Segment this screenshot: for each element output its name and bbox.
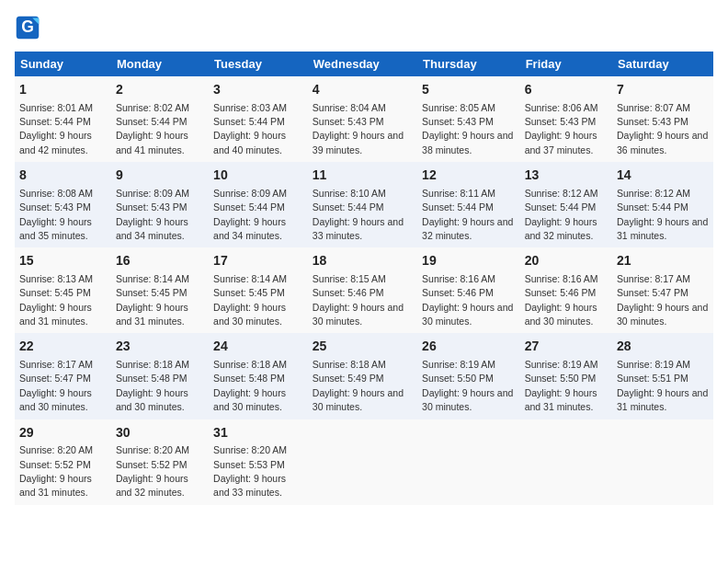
- day-cell: 24Sunrise: 8:18 AM Sunset: 5:48 PM Dayli…: [209, 333, 308, 419]
- svg-text:G: G: [21, 17, 34, 36]
- col-header-sunday: Sunday: [15, 52, 111, 76]
- day-number: 29: [19, 424, 107, 442]
- day-cell: 6Sunrise: 8:06 AM Sunset: 5:43 PM Daylig…: [520, 76, 612, 162]
- day-cell: 26Sunrise: 8:19 AM Sunset: 5:50 PM Dayli…: [417, 333, 520, 419]
- day-info: Sunrise: 8:19 AM Sunset: 5:51 PM Dayligh…: [617, 359, 708, 412]
- day-info: Sunrise: 8:19 AM Sunset: 5:50 PM Dayligh…: [422, 359, 513, 412]
- day-cell: 23Sunrise: 8:18 AM Sunset: 5:48 PM Dayli…: [111, 333, 209, 419]
- day-cell: [520, 419, 612, 505]
- day-number: 22: [19, 338, 107, 356]
- day-number: 26: [422, 338, 516, 356]
- day-info: Sunrise: 8:12 AM Sunset: 5:44 PM Dayligh…: [525, 188, 598, 241]
- day-cell: 5Sunrise: 8:05 AM Sunset: 5:43 PM Daylig…: [417, 76, 520, 162]
- day-cell: 15Sunrise: 8:13 AM Sunset: 5:45 PM Dayli…: [15, 247, 111, 333]
- day-number: 2: [116, 81, 204, 99]
- logo: G: [15, 15, 44, 40]
- day-number: 18: [313, 252, 413, 270]
- day-info: Sunrise: 8:09 AM Sunset: 5:43 PM Dayligh…: [116, 188, 189, 241]
- day-number: 17: [213, 252, 303, 270]
- day-number: 25: [313, 338, 413, 356]
- day-info: Sunrise: 8:14 AM Sunset: 5:45 PM Dayligh…: [116, 273, 189, 327]
- col-header-thursday: Thursday: [417, 52, 520, 76]
- day-cell: 21Sunrise: 8:17 AM Sunset: 5:47 PM Dayli…: [612, 247, 713, 333]
- day-info: Sunrise: 8:07 AM Sunset: 5:43 PM Dayligh…: [617, 102, 708, 155]
- day-info: Sunrise: 8:20 AM Sunset: 5:53 PM Dayligh…: [213, 444, 287, 498]
- day-number: 8: [19, 167, 107, 185]
- day-info: Sunrise: 8:06 AM Sunset: 5:43 PM Dayligh…: [525, 102, 598, 155]
- day-info: Sunrise: 8:16 AM Sunset: 5:46 PM Dayligh…: [422, 273, 513, 327]
- page-header: G: [15, 15, 713, 40]
- day-cell: 7Sunrise: 8:07 AM Sunset: 5:43 PM Daylig…: [612, 76, 713, 162]
- day-number: 24: [213, 338, 303, 356]
- day-number: 5: [422, 81, 516, 99]
- day-info: Sunrise: 8:18 AM Sunset: 5:48 PM Dayligh…: [213, 359, 287, 412]
- day-number: 7: [617, 81, 709, 99]
- day-number: 30: [116, 424, 204, 442]
- day-cell: 20Sunrise: 8:16 AM Sunset: 5:46 PM Dayli…: [520, 247, 612, 333]
- col-header-wednesday: Wednesday: [308, 52, 417, 76]
- week-row-4: 22Sunrise: 8:17 AM Sunset: 5:47 PM Dayli…: [15, 333, 713, 419]
- day-info: Sunrise: 8:02 AM Sunset: 5:44 PM Dayligh…: [116, 102, 189, 155]
- day-cell: 19Sunrise: 8:16 AM Sunset: 5:46 PM Dayli…: [417, 247, 520, 333]
- day-cell: 9Sunrise: 8:09 AM Sunset: 5:43 PM Daylig…: [111, 162, 209, 247]
- day-number: 23: [116, 338, 204, 356]
- week-row-1: 1Sunrise: 8:01 AM Sunset: 5:44 PM Daylig…: [15, 76, 713, 162]
- day-number: 4: [313, 81, 413, 99]
- day-cell: 4Sunrise: 8:04 AM Sunset: 5:43 PM Daylig…: [308, 76, 417, 162]
- day-info: Sunrise: 8:08 AM Sunset: 5:43 PM Dayligh…: [19, 188, 93, 241]
- day-number: 12: [422, 167, 516, 185]
- day-info: Sunrise: 8:20 AM Sunset: 5:52 PM Dayligh…: [116, 444, 189, 498]
- day-info: Sunrise: 8:14 AM Sunset: 5:45 PM Dayligh…: [213, 273, 287, 327]
- day-cell: [612, 419, 713, 505]
- day-cell: 11Sunrise: 8:10 AM Sunset: 5:44 PM Dayli…: [308, 162, 417, 247]
- day-number: 9: [116, 167, 204, 185]
- day-number: 16: [116, 252, 204, 270]
- day-cell: 10Sunrise: 8:09 AM Sunset: 5:44 PM Dayli…: [209, 162, 308, 247]
- week-row-5: 29Sunrise: 8:20 AM Sunset: 5:52 PM Dayli…: [15, 419, 713, 505]
- day-info: Sunrise: 8:19 AM Sunset: 5:50 PM Dayligh…: [525, 359, 598, 412]
- day-cell: 28Sunrise: 8:19 AM Sunset: 5:51 PM Dayli…: [612, 333, 713, 419]
- day-cell: 1Sunrise: 8:01 AM Sunset: 5:44 PM Daylig…: [15, 76, 111, 162]
- day-info: Sunrise: 8:20 AM Sunset: 5:52 PM Dayligh…: [19, 444, 93, 498]
- col-header-monday: Monday: [111, 52, 209, 76]
- day-info: Sunrise: 8:15 AM Sunset: 5:46 PM Dayligh…: [313, 273, 404, 327]
- day-cell: 14Sunrise: 8:12 AM Sunset: 5:44 PM Dayli…: [612, 162, 713, 247]
- day-cell: 8Sunrise: 8:08 AM Sunset: 5:43 PM Daylig…: [15, 162, 111, 247]
- day-info: Sunrise: 8:05 AM Sunset: 5:43 PM Dayligh…: [422, 102, 513, 155]
- day-info: Sunrise: 8:17 AM Sunset: 5:47 PM Dayligh…: [19, 359, 93, 412]
- day-info: Sunrise: 8:18 AM Sunset: 5:49 PM Dayligh…: [313, 359, 404, 412]
- day-cell: 29Sunrise: 8:20 AM Sunset: 5:52 PM Dayli…: [15, 419, 111, 505]
- day-number: 21: [617, 252, 709, 270]
- day-info: Sunrise: 8:13 AM Sunset: 5:45 PM Dayligh…: [19, 273, 93, 327]
- logo-icon: G: [15, 15, 40, 40]
- week-row-2: 8Sunrise: 8:08 AM Sunset: 5:43 PM Daylig…: [15, 162, 713, 247]
- day-number: 19: [422, 252, 516, 270]
- calendar-table: SundayMondayTuesdayWednesdayThursdayFrid…: [15, 52, 713, 505]
- day-number: 14: [617, 167, 709, 185]
- day-info: Sunrise: 8:12 AM Sunset: 5:44 PM Dayligh…: [617, 188, 708, 241]
- day-cell: 25Sunrise: 8:18 AM Sunset: 5:49 PM Dayli…: [308, 333, 417, 419]
- day-cell: 12Sunrise: 8:11 AM Sunset: 5:44 PM Dayli…: [417, 162, 520, 247]
- day-cell: 31Sunrise: 8:20 AM Sunset: 5:53 PM Dayli…: [209, 419, 308, 505]
- col-header-friday: Friday: [520, 52, 612, 76]
- day-number: 31: [213, 424, 303, 442]
- day-info: Sunrise: 8:10 AM Sunset: 5:44 PM Dayligh…: [313, 188, 404, 241]
- week-row-3: 15Sunrise: 8:13 AM Sunset: 5:45 PM Dayli…: [15, 247, 713, 333]
- day-info: Sunrise: 8:03 AM Sunset: 5:44 PM Dayligh…: [213, 102, 287, 155]
- day-number: 27: [525, 338, 608, 356]
- day-cell: 18Sunrise: 8:15 AM Sunset: 5:46 PM Dayli…: [308, 247, 417, 333]
- day-number: 1: [19, 81, 107, 99]
- day-info: Sunrise: 8:01 AM Sunset: 5:44 PM Dayligh…: [19, 102, 93, 155]
- day-cell: 13Sunrise: 8:12 AM Sunset: 5:44 PM Dayli…: [520, 162, 612, 247]
- day-info: Sunrise: 8:11 AM Sunset: 5:44 PM Dayligh…: [422, 188, 513, 241]
- day-number: 28: [617, 338, 709, 356]
- col-header-tuesday: Tuesday: [209, 52, 308, 76]
- day-number: 10: [213, 167, 303, 185]
- day-cell: 17Sunrise: 8:14 AM Sunset: 5:45 PM Dayli…: [209, 247, 308, 333]
- day-number: 15: [19, 252, 107, 270]
- day-cell: 22Sunrise: 8:17 AM Sunset: 5:47 PM Dayli…: [15, 333, 111, 419]
- day-cell: 27Sunrise: 8:19 AM Sunset: 5:50 PM Dayli…: [520, 333, 612, 419]
- day-number: 3: [213, 81, 303, 99]
- day-cell: 3Sunrise: 8:03 AM Sunset: 5:44 PM Daylig…: [209, 76, 308, 162]
- header-row: SundayMondayTuesdayWednesdayThursdayFrid…: [15, 52, 713, 76]
